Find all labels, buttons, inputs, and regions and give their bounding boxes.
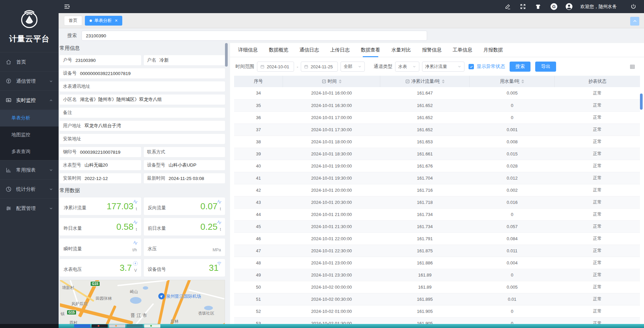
table-row[interactable]: 392024-10-01 18:30:00161.6610.015正常 [234, 148, 640, 160]
table-row[interactable]: 362024-10-01 17:00:00161.6520正常 [234, 111, 640, 123]
table-scrollbar-thumb[interactable] [640, 94, 643, 110]
channel-label: 通道类型 [374, 64, 392, 70]
sort-icon[interactable] [442, 79, 445, 83]
table-row[interactable]: 442024-10-01 21:00:00161.7340正常 [234, 208, 640, 220]
taskbar[interactable] [0, 324, 644, 328]
stat-unit: t [220, 227, 221, 232]
language-icon[interactable]: G [550, 3, 556, 10]
table-row[interactable]: 472024-10-01 22:30:00161.8750.011正常 [234, 245, 640, 257]
detail-tab-data-overview[interactable]: 数据概览 [269, 43, 288, 57]
table-cell: 0 [470, 269, 555, 281]
table-row[interactable]: 432024-10-01 20:30:00161.7180.016正常 [234, 196, 640, 208]
sidebar-item-home[interactable]: 首页 [0, 52, 59, 71]
fullscreen-icon[interactable] [520, 3, 526, 10]
sidebar-item-realtime-monitor[interactable]: 实时监控 [0, 90, 59, 110]
sidebar-item-statistics-analysis[interactable]: 统计分析 [0, 179, 59, 198]
table-row[interactable]: 372024-10-01 17:30:00161.6520.001正常 [234, 123, 640, 136]
user-avatar[interactable] [565, 3, 572, 10]
table-row[interactable]: 512024-10-02 00:30:00161.8950.01正常 [234, 293, 640, 305]
chevron-down-icon [49, 206, 53, 211]
sidebar-item-label: 常用报表 [16, 167, 36, 173]
sidebar-item-config-mgmt[interactable]: 配置管理 [0, 198, 59, 218]
stat-card: 净累计流量177.03t [60, 197, 141, 215]
close-icon[interactable]: × [115, 18, 118, 23]
detail-tab-alarm-info[interactable]: 报警信息 [422, 43, 442, 57]
left-panel-scrollbar[interactable] [225, 43, 228, 324]
sidebar-item-common-reports[interactable]: 常用报表 [0, 160, 59, 179]
column-header[interactable]: 用水量/吨 [470, 76, 555, 87]
field-label: 设备型号 [147, 162, 165, 168]
scrollbar-thumb[interactable] [225, 43, 228, 67]
taskbar-window[interactable] [127, 324, 143, 328]
table-row[interactable]: 422024-10-01 20:00:00161.7160.002正常 [234, 184, 640, 196]
detail-tab-water-compare[interactable]: 水量对比 [391, 43, 411, 57]
column-header[interactable]: 时间 [283, 76, 380, 87]
table-cell: 0.002 [470, 184, 555, 196]
column-header[interactable]: 净累计流量/吨 [380, 76, 470, 87]
detail-tab-comm-log[interactable]: 通信日志 [299, 43, 319, 57]
theme-icon[interactable] [535, 3, 541, 10]
table-row[interactable]: 492024-10-01 23:30:00161.890正常 [234, 269, 640, 281]
column-label: 时间 [328, 78, 337, 84]
metric-select[interactable]: 净累计流量 [422, 62, 464, 72]
table-row[interactable]: 522024-10-02 01:00:00161.9050正常 [234, 305, 640, 317]
sort-icon[interactable] [521, 79, 524, 83]
column-header: 序号 [234, 76, 283, 87]
sidebar-collapse-icon[interactable] [63, 3, 70, 10]
taskbar-window[interactable] [144, 324, 160, 328]
table-row[interactable]: 412024-10-01 19:30:00161.7040.012正常 [234, 172, 640, 184]
search-button[interactable]: 搜索 [510, 62, 530, 72]
field-label: 用户地址 [63, 123, 81, 129]
edit-icon[interactable] [505, 3, 511, 10]
taskbar-window[interactable] [109, 324, 125, 328]
sidebar-item-label: 配置管理 [16, 205, 36, 212]
sidebar-subitem-single-meter-analysis[interactable]: 单表分析 [0, 110, 59, 126]
map[interactable]: 塘新村田园张林崎山风炉后坑晋江市后林杏坂社区霞村镇G15G15 泉州晋江国际机场 [60, 280, 225, 324]
table-row[interactable]: 342024-10-01 16:00:00161.6470.005正常 [234, 87, 640, 99]
sidebar-subitem-multi-meter-query[interactable]: 多表查询 [0, 143, 59, 160]
edit-column-icon[interactable] [322, 79, 326, 84]
info-field: 户号23100390 [60, 55, 141, 65]
detail-tab-monthly-report[interactable]: 月报数据 [483, 43, 503, 57]
sort-icon[interactable] [339, 79, 342, 83]
detail-tab-data-view[interactable]: 数据查看 [361, 43, 380, 57]
scroll-top-button[interactable] [630, 17, 639, 26]
field-value: 00000000392210007819 [80, 71, 131, 76]
sidebar-item-comm-mgmt[interactable]: 通信管理 [0, 71, 59, 90]
tab-home[interactable]: 首页 [64, 16, 82, 26]
edit-column-icon[interactable] [405, 79, 410, 84]
table-cell: 49 [234, 269, 283, 281]
start-date-input[interactable]: 2024-10-01 [257, 62, 294, 72]
search-input[interactable] [82, 31, 427, 41]
table-cell: 161.652 [380, 111, 470, 123]
detail-tab-detail-info[interactable]: 详细信息 [238, 43, 258, 57]
export-button[interactable]: 导出 [535, 62, 556, 72]
table-row[interactable]: 462024-10-01 22:00:00161.7910.084正常 [234, 232, 640, 245]
airport-marker[interactable]: 泉州晋江国际机场 [158, 293, 201, 299]
taskbar-window[interactable] [92, 324, 108, 328]
info-field: 联系方式 [144, 147, 225, 157]
detail-tab-workorder-info[interactable]: 工单信息 [453, 43, 472, 57]
table-columns-icon[interactable] [630, 64, 635, 70]
table-row[interactable]: 452024-10-01 21:30:00161.7340.057正常 [234, 220, 640, 232]
abnormal-label[interactable]: 显示异常状态 [477, 64, 505, 70]
table-row[interactable]: 502024-10-02 00:00:00161.890.005正常 [234, 281, 640, 293]
end-date-input[interactable]: 2024-11-25 [301, 62, 338, 72]
table-row[interactable]: 402024-10-01 19:00:00161.6760.028正常 [234, 160, 640, 172]
stat-value: 0.07 [200, 201, 218, 212]
taskbar-window[interactable] [74, 324, 90, 328]
table-row[interactable]: 352024-10-01 16:30:00161.6520正常 [234, 99, 640, 111]
stat-label: 净累计流量 [64, 205, 107, 211]
abnormal-checkbox[interactable] [469, 64, 474, 69]
sidebar-subitem-map-monitor[interactable]: 地图监控 [0, 126, 59, 143]
detail-tab-upload-log[interactable]: 上传日志 [330, 43, 350, 57]
table-row[interactable]: 482024-10-01 23:00:00161.8860.004正常 [234, 257, 640, 269]
tab-single-meter-analysis[interactable]: 单表分析 × [85, 16, 122, 26]
channel-select[interactable]: 水表 [395, 62, 419, 72]
sidebar-submenu: 单表分析地图监控多表查询 [0, 110, 59, 160]
range-type-select[interactable]: 全部 [341, 62, 365, 72]
table-row[interactable]: 382024-10-01 18:00:00161.6530.008正常 [234, 136, 640, 148]
logout-icon[interactable] [630, 3, 637, 10]
map-place-label: 塘新村 [62, 285, 74, 291]
table-cell: 2024-10-01 20:30:00 [283, 196, 380, 208]
